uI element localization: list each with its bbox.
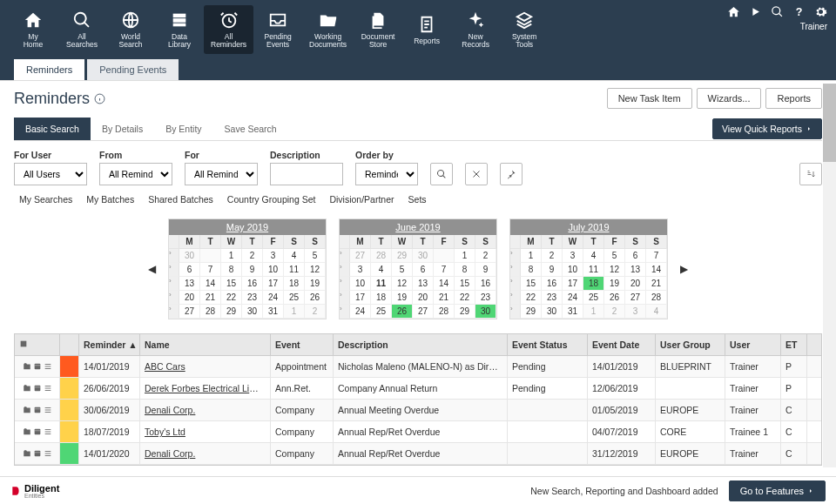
svg-text:?: ? [796,6,803,18]
link-my-searches[interactable]: My Searches [19,194,72,205]
nav-all-searches[interactable]: All Searches [57,5,106,54]
tab-reminders[interactable]: Reminders [14,59,84,80]
link-country-grouping[interactable]: Country Grouping Set [227,194,316,205]
go-to-features-button[interactable]: Go to Features [729,480,826,482]
svg-rect-3 [173,24,186,27]
content: Reminders New Task Item Wizards... Repor… [0,80,836,481]
chevron-right-icon [806,125,812,132]
svg-rect-11 [34,429,40,435]
col-description[interactable]: Description [334,334,508,355]
search-tab-basic[interactable]: Basic Search [14,118,91,140]
link-division[interactable]: Division/Partner [329,194,394,205]
topbar-right: ? Trainer [727,5,827,54]
nav-items: My Home All Searches World Search Data L… [9,5,549,54]
pin-button[interactable] [500,163,522,185]
table-row[interactable]: 26/06/2019 Derek Forbes Electrical Limit… [15,378,821,400]
filter-for-user-label: For User [14,150,87,160]
home-small-icon[interactable] [727,5,740,18]
col-icons[interactable] [15,334,60,355]
play-icon[interactable] [749,5,762,18]
svg-rect-9 [34,386,40,392]
svg-rect-1 [173,14,186,18]
nav-data-library[interactable]: Data Library [155,5,204,54]
reports-button[interactable]: Reports [765,88,822,109]
filter-for[interactable]: All Remind... [185,163,258,185]
tab-pending-events[interactable]: Pending Events [87,59,179,80]
svg-rect-2 [173,18,186,23]
table-row[interactable]: 30/06/2019 Denali Corp. Company Annual M… [15,400,821,421]
col-et[interactable]: ET [781,334,807,355]
filter-orderby[interactable]: Reminder [355,163,418,185]
folder-open-icon [319,10,338,30]
inbox-icon [268,10,287,30]
view-quick-reports-button[interactable]: View Quick Reports [712,118,822,139]
link-sets[interactable]: Sets [408,194,427,205]
svg-rect-12 [34,451,40,457]
search-tab-entity[interactable]: By Entity [154,118,212,140]
gear-icon[interactable] [814,5,827,18]
sort-az-icon [806,169,816,179]
globe-icon [121,10,140,30]
sparkle-icon [466,10,485,30]
col-date[interactable]: Event Date [588,334,656,355]
col-status[interactable]: Event Status [508,334,588,355]
help-icon[interactable]: ? [792,5,806,18]
search-tabs: Basic Search By Details By Entity Save S… [14,118,822,141]
calendar-june: June 2019MTWTFSS›2728293012›3456789›1011… [339,218,497,319]
row-actions[interactable] [15,378,60,399]
col-name[interactable]: Name [140,334,271,355]
nav-system-tools[interactable]: System Tools [500,5,549,54]
row-actions[interactable] [15,356,60,377]
page-tabs: Reminders Pending Events [0,59,836,80]
cal-next[interactable]: ▶ [680,263,688,275]
row-actions[interactable] [15,443,60,464]
filter-description[interactable] [270,163,343,185]
layers-icon [515,10,534,30]
col-reminder[interactable]: Reminder ▲ [79,334,140,355]
calendar-strip: ◀ May 2019MTWTFSS›3012345›6789101112›131… [14,218,822,319]
filter-desc-label: Description [270,150,343,160]
col-group[interactable]: User Group [656,334,725,355]
link-shared-batches[interactable]: Shared Batches [148,194,213,205]
search-tab-save[interactable]: Save Search [213,118,288,140]
pin-icon [506,169,516,179]
nav-working-documents[interactable]: Working Documents [302,5,354,54]
nav-world-search[interactable]: World Search [106,5,155,54]
row-actions[interactable] [15,400,60,420]
link-my-batches[interactable]: My Batches [86,194,134,205]
x-icon [471,169,482,179]
files-icon [368,10,388,30]
alarm-icon [219,10,239,30]
grid-header: Reminder ▲ Name Event Description Event … [15,334,821,356]
cal-prev[interactable]: ◀ [148,263,156,275]
table-row[interactable]: 18/07/2019 Toby's Ltd Company Annual Rep… [15,421,821,443]
scrollbar[interactable] [823,84,836,467]
col-user[interactable]: User [725,334,781,355]
clear-search-button[interactable] [465,163,488,185]
sort-button[interactable] [799,163,822,185]
search-tab-details[interactable]: By Details [91,118,154,140]
search-icon [436,169,447,179]
table-row[interactable]: 14/01/2020 Denali Corp. Company Annual R… [15,443,821,465]
row-actions[interactable] [15,421,60,442]
drawer-icon [170,10,189,30]
report-icon [417,15,436,34]
new-task-button[interactable]: New Task Item [607,88,692,109]
info-icon[interactable] [94,93,105,104]
nav-document-store[interactable]: Document Store [354,5,402,54]
filter-from[interactable]: All Remind... [99,163,172,185]
calendar-july: July 2019MTWTFSS›1234567›891011121314›15… [509,218,668,319]
wizards-button[interactable]: Wizards... [697,88,762,109]
nav-my-home[interactable]: My Home [9,5,57,54]
col-event[interactable]: Event [271,334,334,355]
filter-for-label: For [185,150,258,160]
nav-all-reminders[interactable]: All Reminders [204,5,253,54]
filter-for-user[interactable]: All Users [14,163,87,185]
run-search-button[interactable] [430,163,453,185]
table-row[interactable]: 14/01/2019 ABC Cars Appointment Nicholas… [15,356,821,378]
nav-new-records[interactable]: New Records [451,5,500,54]
nav-pending-events[interactable]: Pending Events [253,5,302,54]
nav-reports[interactable]: Reports [402,5,451,54]
col-color [60,334,79,355]
search-small-icon[interactable] [771,5,784,18]
